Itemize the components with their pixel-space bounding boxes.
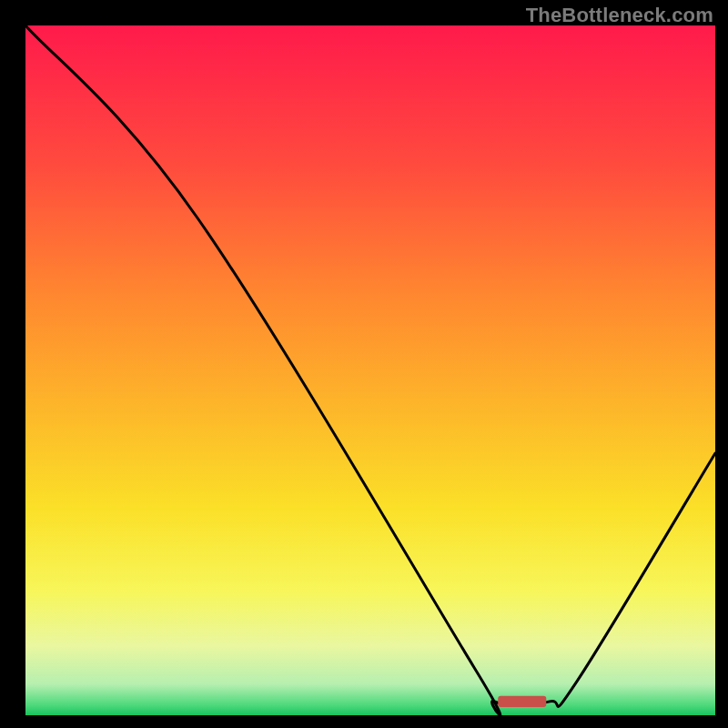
chart-container: TheBottleneck.com (0, 0, 728, 728)
optimal-marker (498, 696, 546, 707)
chart-plot (0, 0, 728, 728)
watermark-text: TheBottleneck.com (526, 4, 713, 27)
